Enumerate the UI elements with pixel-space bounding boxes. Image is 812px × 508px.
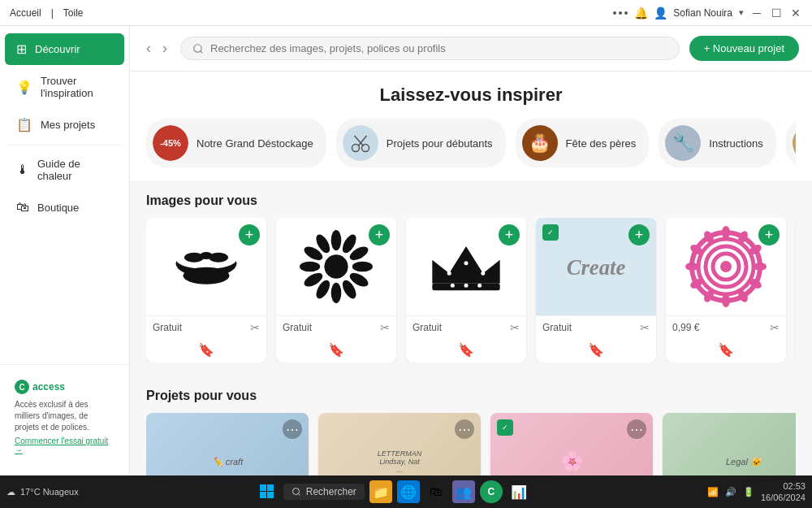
project-2-dots[interactable]: ⋯: [455, 419, 474, 439]
sunflower-footer: Gratuit ✂: [276, 315, 396, 339]
sidebar-item-label: Guide de chaleur: [37, 158, 113, 182]
more-dots[interactable]: [613, 11, 628, 15]
search-bar[interactable]: [180, 37, 680, 60]
taskbar-app-edge[interactable]: 🌐: [397, 480, 420, 503]
sidebar-item-chaleur[interactable]: 🌡 Guide de chaleur: [5, 150, 124, 190]
taskbar-right: 📶 🔊 🔋 02:53 16/06/2024: [707, 480, 806, 504]
image-card-lips: + Gratuit: [146, 218, 266, 363]
sidebar-item-label: Mes projets: [41, 119, 95, 131]
project-card-3: ✓ 🌸 ⋯: [490, 413, 653, 475]
user-avatar-button[interactable]: 👤: [654, 7, 667, 20]
inspire-title: Laissez-vous inspirer: [146, 85, 796, 106]
svg-point-13: [331, 230, 342, 250]
tab-separator: |: [51, 7, 54, 19]
minimize-button[interactable]: ─: [750, 7, 763, 20]
cricut-logo: C access: [15, 380, 114, 394]
bookmark-icon[interactable]: 🔖: [458, 342, 474, 358]
crown-thumb: +: [406, 218, 526, 315]
project-1-dots[interactable]: ⋯: [283, 419, 302, 439]
nav-back-button[interactable]: ‹: [143, 37, 154, 60]
chaleur-icon: 🌡: [16, 163, 29, 177]
projects-title: Projets pour vous: [146, 389, 796, 403]
taskbar-search[interactable]: Rechercher: [283, 484, 365, 500]
add-sunflower-button[interactable]: +: [369, 224, 390, 245]
svg-point-31: [464, 284, 469, 288]
sunflower-icons: ✂: [380, 321, 390, 334]
lips-price: Gratuit: [153, 322, 182, 333]
svg-point-46: [722, 294, 730, 307]
add-spiral-button[interactable]: +: [758, 224, 780, 245]
inspire-card-instructions[interactable]: 🔧 Instructions: [659, 119, 775, 167]
new-project-button[interactable]: + Nouveau projet: [689, 36, 799, 61]
project-3-dots[interactable]: ⋯: [627, 419, 646, 439]
taskbar-app-teams[interactable]: 👥: [452, 480, 475, 503]
inspire-card-debutants[interactable]: Projets pour débutants: [336, 119, 506, 167]
sidebar-item-decouvrir[interactable]: ⊞ Découvrir: [5, 33, 124, 65]
spiral-svg: [685, 226, 767, 307]
svg-point-25: [325, 255, 348, 279]
taskbar: ☁ 17°C Nuageux Rechercher 📁 🌐 🛍 👥 C 📊 📶 …: [0, 475, 812, 508]
inspire-card-graduation[interactable]: 🎓 Graduatio: [786, 119, 796, 167]
boutique-icon: 🛍: [16, 200, 29, 215]
nav-forward-button[interactable]: ›: [159, 37, 171, 60]
sidebar-item-boutique[interactable]: 🛍 Boutique: [5, 192, 124, 223]
svg-point-33: [451, 284, 455, 288]
cricut-access-wordmark: access: [32, 381, 65, 393]
username-chevron-icon: ▾: [739, 7, 744, 18]
tab-accueil[interactable]: Accueil: [10, 7, 41, 19]
crown-icons: ✂: [510, 321, 520, 334]
graduation-img: 🎓: [793, 125, 796, 161]
create-svg: Create: [555, 242, 637, 291]
inspire-card-fete[interactable]: 🎂 Fête des pères: [516, 119, 650, 167]
cricut-access-description: Accès exclusif à des milliers d'images, …: [15, 399, 114, 433]
main-content: Laissez-vous inspirer -45% Notre Grand D…: [130, 72, 812, 475]
taskbar-app-explorer[interactable]: 📁: [369, 480, 392, 503]
sidebar-divider: [8, 145, 121, 145]
taskbar-date: 16/06/2024: [761, 492, 806, 503]
svg-point-0: [194, 44, 201, 51]
image-card-crown: +: [406, 218, 526, 363]
taskbar-search-icon: [292, 487, 301, 497]
windows-start-button[interactable]: [256, 480, 279, 503]
windows-logo-icon: [260, 484, 274, 499]
add-create-button[interactable]: +: [628, 224, 650, 245]
taskbar-volume-icon: 🔊: [725, 487, 736, 497]
image-card-sunflower: +: [276, 218, 396, 363]
sunflower-thumb: +: [276, 218, 396, 315]
sidebar-item-inspiration[interactable]: 💡 Trouver l'inspiration: [5, 67, 124, 107]
maximize-button[interactable]: ☐: [770, 7, 783, 20]
lips-svg: [170, 238, 243, 295]
search-icon: [192, 43, 204, 54]
decouvrir-icon: ⊞: [16, 41, 27, 57]
svg-point-43: [754, 263, 767, 271]
sale-badge: -45%: [153, 125, 188, 161]
close-button[interactable]: ✕: [789, 7, 802, 20]
cricut-access-link[interactable]: Commencer l'essai gratuit →: [15, 436, 114, 454]
bookmark-icon[interactable]: 🔖: [588, 342, 604, 358]
sidebar-item-projets[interactable]: 📋 Mes projets: [5, 109, 124, 141]
weather-icon: ☁: [6, 487, 15, 497]
search-input[interactable]: [210, 42, 667, 54]
taskbar-app-store[interactable]: 🛍: [425, 480, 447, 503]
bookmark-icon[interactable]: 🔖: [328, 342, 344, 358]
image-card-create: + ✓ Create Gratuit ✂: [536, 218, 656, 363]
scissors-card-icon: ✂: [640, 321, 650, 334]
svg-point-29: [464, 261, 469, 265]
inspire-cards: -45% Notre Grand Déstockage: [146, 119, 796, 167]
add-crown-button[interactable]: +: [499, 224, 520, 245]
svg-rect-62: [260, 492, 266, 498]
taskbar-app-extra1[interactable]: 📊: [508, 480, 530, 503]
username-label: Sofian Nouira: [673, 7, 732, 19]
lips-bookmark: 🔖: [146, 339, 266, 363]
tab-toile[interactable]: Toile: [63, 7, 84, 19]
bell-button[interactable]: 🔔: [634, 7, 647, 20]
bookmark-icon[interactable]: 🔖: [718, 342, 734, 358]
add-lips-button[interactable]: +: [239, 224, 260, 245]
svg-point-49: [685, 263, 698, 271]
sidebar-bottom: C access Accès exclusif à des milliers d…: [0, 364, 129, 469]
svg-point-19: [331, 283, 342, 303]
inspire-card-destockage[interactable]: -45% Notre Grand Déstockage: [146, 119, 326, 167]
bookmark-icon[interactable]: 🔖: [198, 342, 214, 358]
taskbar-app-cricut[interactable]: C: [480, 480, 503, 503]
right-panel: ‹ › + Nouveau projet Laissez-vous inspir…: [130, 26, 812, 475]
